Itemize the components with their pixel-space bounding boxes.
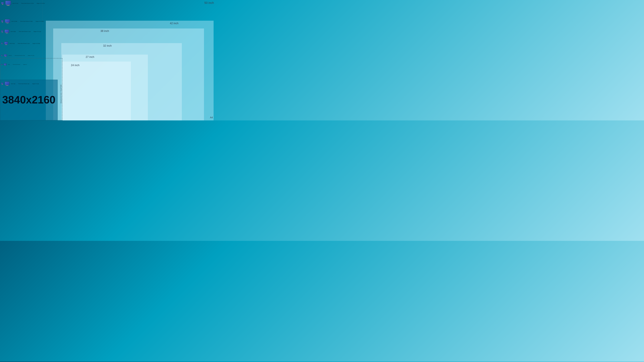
visual-field-label: Визуальное поле / Visual Field bbox=[60, 59, 62, 103]
monitor-row-1: Arial 13.07pt Times New Roman 13.07pt Se… bbox=[1, 1, 44, 6]
monitor-row-5: Arial 5pt Times New Roman 5.11pt Segoe U… bbox=[1, 54, 34, 57]
rect-24inch bbox=[62, 61, 131, 120]
monitor-row-3: Arial 9.06pt Times New Roman 9.11pt Sego… bbox=[1, 29, 41, 33]
label-38inch: 38 inch bbox=[100, 29, 109, 33]
monitor-icon-large-1 bbox=[5, 1, 11, 6]
monitor-icon-large-2 bbox=[5, 19, 10, 23]
label-42inch: 42 inch bbox=[170, 22, 178, 25]
row-text-6: Arial Times Now Roman Segoe UI bbox=[8, 64, 27, 65]
monitor-icon-small-6 bbox=[1, 64, 2, 65]
vertical-divider bbox=[42, 0, 43, 80]
row-text-5: Arial 5pt Times New Roman 5.11pt Segoe U… bbox=[8, 55, 34, 56]
label-32inch: 32 inch bbox=[103, 44, 112, 47]
monitor-row-4: Arial 6.51pt Times New Roman 6.11pt Sego… bbox=[1, 42, 40, 45]
monitor-icon-large-5 bbox=[4, 54, 7, 57]
monitor-icon-small-5 bbox=[1, 55, 2, 56]
monitor-icon-small-7 bbox=[1, 83, 3, 85]
a4-label: A4 bbox=[210, 116, 213, 119]
row-text-3: Arial 9.06pt Times New Roman 9.11pt Sego… bbox=[10, 31, 41, 32]
monitor-icon-small-4 bbox=[1, 43, 3, 44]
row-text-7: Arial 12pt Times Now Roman 12pt Segoe UI… bbox=[11, 83, 39, 84]
monitor-icon-small-3 bbox=[1, 30, 3, 32]
monitor-icon-small-1 bbox=[1, 2, 4, 4]
monitor-icon-small-2 bbox=[1, 20, 4, 22]
label-27inch: 27 inch bbox=[86, 55, 94, 59]
monitor-row-6: Arial Times Now Roman Segoe UI bbox=[1, 63, 27, 65]
row-text-4: Arial 6.51pt Times New Roman 6.11pt Sego… bbox=[10, 43, 40, 44]
monitor-icon-large-3 bbox=[4, 29, 9, 33]
monitor-icon-large-7 bbox=[5, 82, 10, 86]
monitor-row-7: Arial 12pt Times Now Roman 12pt Segoe UI… bbox=[1, 82, 39, 86]
resolution-text: 3840x2160 bbox=[2, 94, 56, 106]
monitor-row-2: Arial 10.08pt Times New Roman 10.96pt Se… bbox=[1, 19, 44, 23]
label-24inch: 24 inch bbox=[71, 64, 80, 67]
monitor-icon-large-6 bbox=[4, 63, 6, 65]
monitor-icon-large-4 bbox=[4, 42, 8, 45]
row-text-2: Arial 10.08pt Times New Roman 10.96pt Se… bbox=[11, 21, 44, 22]
size-label-50: 50 inch bbox=[204, 1, 214, 4]
row-text-1: Arial 13.07pt Times New Roman 13.07pt Se… bbox=[12, 3, 44, 4]
